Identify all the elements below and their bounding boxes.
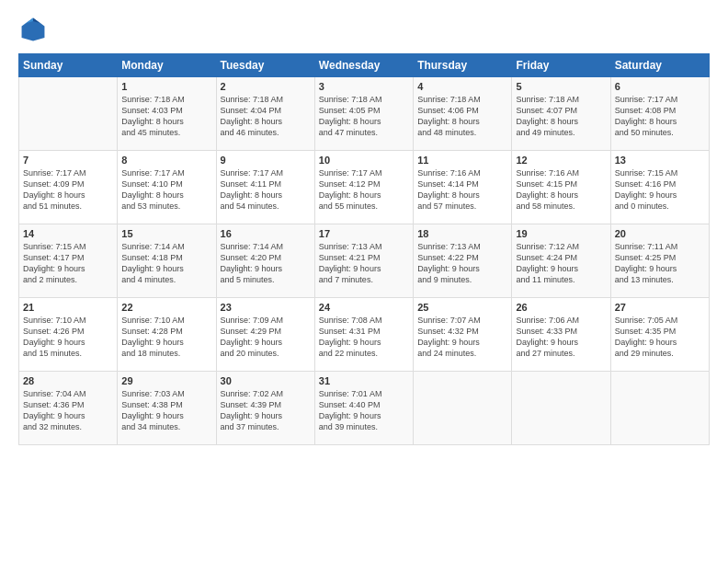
header-day: Wednesday [314, 54, 413, 77]
calendar-cell: 9Sunrise: 7:17 AM Sunset: 4:11 PM Daylig… [216, 151, 314, 224]
cell-info: Sunrise: 7:15 AM Sunset: 4:17 PM Dayligh… [23, 241, 113, 286]
calendar-cell: 22Sunrise: 7:10 AM Sunset: 4:28 PM Dayli… [118, 298, 216, 372]
calendar-cell: 12Sunrise: 7:16 AM Sunset: 4:15 PM Dayli… [512, 151, 610, 224]
header-day: Saturday [610, 54, 709, 77]
cell-info: Sunrise: 7:12 AM Sunset: 4:24 PM Dayligh… [516, 241, 606, 286]
calendar-cell: 19Sunrise: 7:12 AM Sunset: 4:24 PM Dayli… [512, 224, 610, 298]
cell-info: Sunrise: 7:07 AM Sunset: 4:32 PM Dayligh… [417, 315, 507, 360]
calendar-header: SundayMondayTuesdayWednesdayThursdayFrid… [19, 54, 710, 77]
day-number: 25 [417, 302, 507, 313]
day-number: 7 [23, 155, 113, 166]
header-day: Monday [118, 54, 216, 77]
calendar-week-row: 21Sunrise: 7:10 AM Sunset: 4:26 PM Dayli… [19, 298, 710, 372]
cell-info: Sunrise: 7:02 AM Sunset: 4:39 PM Dayligh… [221, 388, 311, 433]
calendar-cell: 26Sunrise: 7:06 AM Sunset: 4:33 PM Dayli… [512, 298, 610, 372]
calendar-body: 1Sunrise: 7:18 AM Sunset: 4:03 PM Daylig… [19, 77, 710, 445]
calendar-cell: 30Sunrise: 7:02 AM Sunset: 4:39 PM Dayli… [216, 372, 314, 445]
day-number: 30 [221, 375, 311, 386]
day-number: 15 [121, 228, 211, 239]
cell-info: Sunrise: 7:10 AM Sunset: 4:26 PM Dayligh… [23, 315, 113, 360]
calendar-cell [610, 372, 709, 445]
day-number: 11 [417, 155, 507, 166]
header-day: Thursday [414, 54, 512, 77]
calendar-week-row: 28Sunrise: 7:04 AM Sunset: 4:36 PM Dayli… [19, 372, 710, 445]
cell-info: Sunrise: 7:18 AM Sunset: 4:03 PM Dayligh… [121, 94, 211, 139]
cell-info: Sunrise: 7:15 AM Sunset: 4:16 PM Dayligh… [615, 167, 705, 213]
cell-info: Sunrise: 7:16 AM Sunset: 4:15 PM Dayligh… [516, 167, 606, 213]
day-number: 6 [615, 81, 705, 92]
calendar-cell: 25Sunrise: 7:07 AM Sunset: 4:32 PM Dayli… [414, 298, 512, 372]
calendar-cell: 28Sunrise: 7:04 AM Sunset: 4:36 PM Dayli… [19, 372, 118, 445]
day-number: 10 [319, 155, 409, 166]
calendar-cell: 7Sunrise: 7:17 AM Sunset: 4:09 PM Daylig… [19, 151, 118, 224]
cell-info: Sunrise: 7:18 AM Sunset: 4:06 PM Dayligh… [417, 94, 507, 139]
calendar-week-row: 7Sunrise: 7:17 AM Sunset: 4:09 PM Daylig… [19, 151, 710, 224]
cell-info: Sunrise: 7:03 AM Sunset: 4:38 PM Dayligh… [121, 388, 211, 433]
svg-marker-0 [22, 18, 45, 41]
cell-info: Sunrise: 7:14 AM Sunset: 4:18 PM Dayligh… [121, 241, 211, 286]
day-number: 1 [121, 81, 211, 92]
day-number: 21 [23, 302, 113, 313]
header-day: Friday [512, 54, 610, 77]
cell-info: Sunrise: 7:17 AM Sunset: 4:08 PM Dayligh… [615, 94, 705, 139]
calendar-cell: 27Sunrise: 7:05 AM Sunset: 4:35 PM Dayli… [610, 298, 709, 372]
cell-info: Sunrise: 7:14 AM Sunset: 4:20 PM Dayligh… [221, 241, 311, 286]
header [18, 15, 710, 44]
cell-info: Sunrise: 7:18 AM Sunset: 4:05 PM Dayligh… [319, 94, 409, 139]
calendar-cell: 5Sunrise: 7:18 AM Sunset: 4:07 PM Daylig… [512, 77, 610, 151]
calendar-cell: 16Sunrise: 7:14 AM Sunset: 4:20 PM Dayli… [216, 224, 314, 298]
cell-info: Sunrise: 7:11 AM Sunset: 4:25 PM Dayligh… [615, 241, 705, 286]
cell-info: Sunrise: 7:18 AM Sunset: 4:04 PM Dayligh… [221, 94, 311, 139]
cell-info: Sunrise: 7:04 AM Sunset: 4:36 PM Dayligh… [23, 388, 113, 433]
calendar-cell: 31Sunrise: 7:01 AM Sunset: 4:40 PM Dayli… [314, 372, 413, 445]
day-number: 23 [221, 302, 311, 313]
day-number: 28 [23, 375, 113, 386]
calendar-cell: 18Sunrise: 7:13 AM Sunset: 4:22 PM Dayli… [414, 224, 512, 298]
calendar-cell: 8Sunrise: 7:17 AM Sunset: 4:10 PM Daylig… [118, 151, 216, 224]
day-number: 20 [615, 228, 705, 239]
header-day: Tuesday [216, 54, 314, 77]
cell-info: Sunrise: 7:17 AM Sunset: 4:09 PM Dayligh… [23, 167, 113, 213]
calendar-cell: 14Sunrise: 7:15 AM Sunset: 4:17 PM Dayli… [19, 224, 118, 298]
day-number: 26 [516, 302, 606, 313]
cell-info: Sunrise: 7:08 AM Sunset: 4:31 PM Dayligh… [319, 315, 409, 360]
day-number: 13 [615, 155, 705, 166]
logo [18, 15, 51, 44]
header-row: SundayMondayTuesdayWednesdayThursdayFrid… [19, 54, 710, 77]
day-number: 22 [121, 302, 211, 313]
calendar-cell: 20Sunrise: 7:11 AM Sunset: 4:25 PM Dayli… [610, 224, 709, 298]
calendar-table: SundayMondayTuesdayWednesdayThursdayFrid… [18, 53, 710, 445]
day-number: 3 [319, 81, 409, 92]
day-number: 27 [615, 302, 705, 313]
calendar-cell [414, 372, 512, 445]
calendar-cell: 1Sunrise: 7:18 AM Sunset: 4:03 PM Daylig… [118, 77, 216, 151]
day-number: 14 [23, 228, 113, 239]
page: SundayMondayTuesdayWednesdayThursdayFrid… [0, 0, 728, 563]
day-number: 8 [121, 155, 211, 166]
day-number: 24 [319, 302, 409, 313]
day-number: 12 [516, 155, 606, 166]
day-number: 18 [417, 228, 507, 239]
cell-info: Sunrise: 7:06 AM Sunset: 4:33 PM Dayligh… [516, 315, 606, 360]
day-number: 17 [319, 228, 409, 239]
calendar-cell [512, 372, 610, 445]
calendar-week-row: 1Sunrise: 7:18 AM Sunset: 4:03 PM Daylig… [19, 77, 710, 151]
calendar-cell: 21Sunrise: 7:10 AM Sunset: 4:26 PM Dayli… [19, 298, 118, 372]
day-number: 9 [221, 155, 311, 166]
calendar-cell: 3Sunrise: 7:18 AM Sunset: 4:05 PM Daylig… [314, 77, 413, 151]
logo-icon [18, 15, 48, 44]
calendar-cell: 17Sunrise: 7:13 AM Sunset: 4:21 PM Dayli… [314, 224, 413, 298]
day-number: 31 [319, 375, 409, 386]
calendar-cell: 4Sunrise: 7:18 AM Sunset: 4:06 PM Daylig… [414, 77, 512, 151]
cell-info: Sunrise: 7:18 AM Sunset: 4:07 PM Dayligh… [516, 94, 606, 139]
header-day: Sunday [19, 54, 118, 77]
calendar-cell: 13Sunrise: 7:15 AM Sunset: 4:16 PM Dayli… [610, 151, 709, 224]
calendar-cell: 15Sunrise: 7:14 AM Sunset: 4:18 PM Dayli… [118, 224, 216, 298]
day-number: 2 [221, 81, 311, 92]
calendar-cell [19, 77, 118, 151]
day-number: 19 [516, 228, 606, 239]
day-number: 4 [417, 81, 507, 92]
cell-info: Sunrise: 7:01 AM Sunset: 4:40 PM Dayligh… [319, 388, 409, 433]
day-number: 29 [121, 375, 211, 386]
cell-info: Sunrise: 7:16 AM Sunset: 4:14 PM Dayligh… [417, 167, 507, 213]
